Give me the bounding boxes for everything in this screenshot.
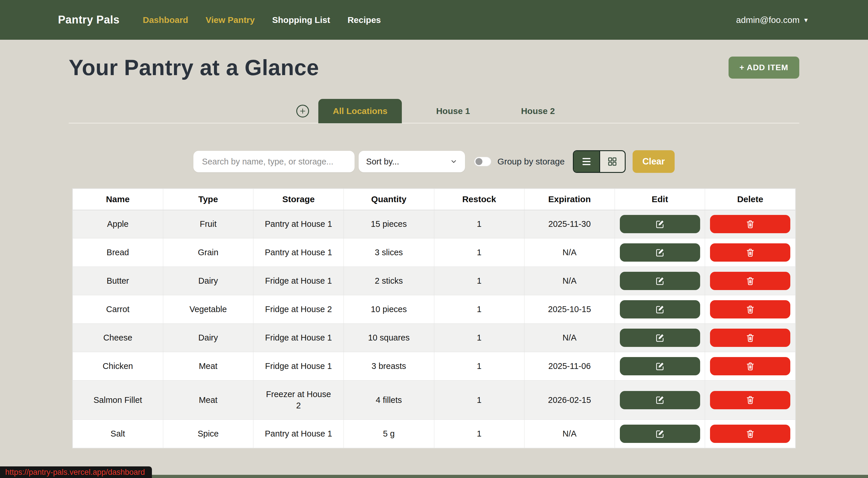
edit-button[interactable]	[620, 215, 700, 233]
edit-button[interactable]	[620, 425, 700, 443]
user-menu[interactable]: admin@foo.com ▾	[736, 15, 808, 25]
plus-icon	[299, 107, 306, 115]
group-by-storage-toggle[interactable]	[474, 157, 491, 166]
edit-pencil-icon	[655, 247, 665, 258]
user-email: admin@foo.com	[736, 15, 800, 25]
delete-button[interactable]	[710, 391, 790, 409]
cell-edit	[615, 352, 705, 381]
tab-house-2[interactable]: House 2	[504, 99, 572, 123]
grid-view-button[interactable]	[599, 151, 625, 172]
cell-edit	[615, 324, 705, 352]
nav-link-view-pantry[interactable]: View Pantry	[206, 15, 255, 25]
cell-expiration: N/A	[524, 324, 615, 352]
cell-edit	[615, 381, 705, 420]
column-header-quantity: Quantity	[344, 189, 434, 210]
nav-link-dashboard[interactable]: Dashboard	[143, 15, 188, 25]
page-header: Your Pantry at a Glance + ADD ITEM	[69, 55, 799, 80]
edit-button[interactable]	[620, 243, 700, 262]
cell-name: Butter	[73, 267, 163, 295]
trash-icon	[745, 361, 755, 371]
table-row: Salt Spice Pantry at House 1 5 g 1 N/A	[73, 420, 796, 448]
tab-house-1[interactable]: House 1	[419, 99, 487, 123]
cell-delete	[705, 381, 796, 420]
edit-button[interactable]	[620, 300, 700, 319]
location-tab-bar: All Locations House 1 House 2	[69, 99, 799, 124]
trash-icon	[745, 395, 755, 405]
edit-button[interactable]	[620, 329, 700, 347]
page-title: Your Pantry at a Glance	[69, 55, 319, 80]
filter-controls: Sort by... Group by storage	[69, 150, 799, 173]
toggle-knob	[475, 158, 483, 165]
trash-icon	[745, 304, 755, 315]
edit-pencil-icon	[655, 429, 665, 439]
delete-button[interactable]	[710, 300, 790, 319]
cell-name: Carrot	[73, 295, 163, 324]
edit-pencil-icon	[655, 395, 665, 405]
cell-storage: Fridge at House 2	[253, 295, 344, 324]
column-header-storage: Storage	[253, 189, 344, 210]
navbar: Pantry Pals Dashboard View Pantry Shoppi…	[0, 0, 868, 40]
delete-button[interactable]	[710, 329, 790, 347]
table-row: Salmon Fillet Meat Freezer at House 2 4 …	[73, 381, 796, 420]
nav-link-recipes[interactable]: Recipes	[348, 15, 381, 25]
edit-button[interactable]	[620, 272, 700, 290]
cell-delete	[705, 324, 796, 352]
tab-all-locations[interactable]: All Locations	[318, 99, 402, 123]
nav-link-shopping-list[interactable]: Shopping List	[272, 15, 330, 25]
cell-expiration: 2025-11-30	[524, 210, 615, 238]
chevron-down-icon	[450, 158, 458, 165]
search-input[interactable]	[193, 151, 354, 172]
cell-restock: 1	[434, 295, 524, 324]
delete-button[interactable]	[710, 215, 790, 233]
column-header-delete: Delete	[705, 189, 796, 210]
brand-logo[interactable]: Pantry Pals	[58, 13, 120, 26]
cell-restock: 1	[434, 238, 524, 267]
edit-pencil-icon	[655, 276, 665, 286]
cell-quantity: 10 pieces	[344, 295, 434, 324]
trash-icon	[745, 333, 755, 343]
cell-restock: 1	[434, 420, 524, 448]
cell-quantity: 10 squares	[344, 324, 434, 352]
cell-edit	[615, 295, 705, 324]
cell-expiration: 2025-10-15	[524, 295, 615, 324]
add-location-button[interactable]	[296, 105, 309, 117]
cell-restock: 1	[434, 210, 524, 238]
cell-edit	[615, 420, 705, 448]
edit-button[interactable]	[620, 391, 700, 409]
cell-quantity: 4 fillets	[344, 381, 434, 420]
cell-storage: Fridge at House 1	[253, 267, 344, 295]
cell-quantity: 3 breasts	[344, 352, 434, 381]
cell-storage: Pantry at House 1	[253, 210, 344, 238]
cell-expiration: 2025-11-06	[524, 352, 615, 381]
delete-button[interactable]	[710, 272, 790, 290]
delete-button[interactable]	[710, 243, 790, 262]
sort-select[interactable]: Sort by...	[359, 151, 465, 172]
edit-button[interactable]	[620, 357, 700, 375]
cell-delete	[705, 238, 796, 267]
status-url-text: https://pantry-pals.vercel.app/dashboard	[5, 468, 145, 477]
cell-restock: 1	[434, 324, 524, 352]
cell-restock: 1	[434, 267, 524, 295]
cell-delete	[705, 267, 796, 295]
list-view-button[interactable]	[574, 151, 599, 172]
cell-edit	[615, 267, 705, 295]
table-header-row: Name Type Storage Quantity Restock Expir…	[73, 189, 796, 210]
column-header-edit: Edit	[615, 189, 705, 210]
cell-delete	[705, 295, 796, 324]
column-header-type: Type	[163, 189, 253, 210]
delete-button[interactable]	[710, 357, 790, 375]
add-item-button[interactable]: + ADD ITEM	[728, 57, 799, 79]
clear-button[interactable]: Clear	[632, 150, 675, 173]
cell-type: Fruit	[163, 210, 253, 238]
cell-name: Salmon Fillet	[73, 381, 163, 420]
edit-pencil-icon	[655, 333, 665, 343]
cell-quantity: 3 slices	[344, 238, 434, 267]
cell-storage: Fridge at House 1	[253, 352, 344, 381]
table-row: Apple Fruit Pantry at House 1 15 pieces …	[73, 210, 796, 238]
cell-type: Dairy	[163, 267, 253, 295]
grid-icon	[607, 156, 618, 167]
trash-icon	[745, 248, 755, 258]
delete-button[interactable]	[710, 425, 790, 443]
table-row: Chicken Meat Fridge at House 1 3 breasts…	[73, 352, 796, 381]
column-header-restock: Restock	[434, 189, 524, 210]
